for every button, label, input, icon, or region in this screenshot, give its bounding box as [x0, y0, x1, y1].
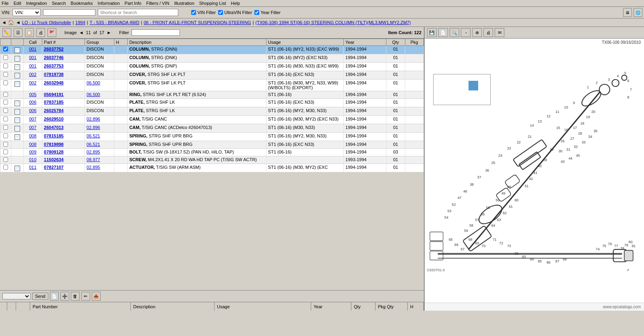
- send-button[interactable]: Send: [32, 293, 48, 300]
- image-next-btn[interactable]: ►: [107, 30, 111, 35]
- part-number-link[interactable]: 26037746: [44, 55, 64, 60]
- vin-input[interactable]: [43, 9, 95, 16]
- call-link[interactable]: 006: [29, 108, 36, 113]
- table-row[interactable]: 📄 002 07819738 DISCON COVER, STRG SHF LK…: [0, 71, 424, 80]
- list-icon[interactable]: ☰: [14, 28, 23, 37]
- image-prev-btn[interactable]: ◄: [79, 30, 84, 35]
- group-link[interactable]: 06.500: [87, 92, 100, 97]
- breadcrumb-item-5[interactable]: (TX06-106) 1994 ST(06-16) STEERING COLUM…: [256, 20, 411, 25]
- breadcrumb-item-1[interactable]: LO - Lt Truck Oldsmobile: [22, 20, 71, 25]
- menu-edit[interactable]: Edit: [14, 1, 21, 6]
- row-checkbox[interactable]: [3, 47, 8, 51]
- call-link[interactable]: 002: [29, 80, 36, 85]
- year-filter-checkbox[interactable]: [254, 10, 259, 15]
- table-row[interactable]: 📄 002 26032948 06.500 COVER, STRG SHF LK…: [0, 80, 424, 91]
- menu-bookmarks[interactable]: Bookmarks: [71, 1, 93, 6]
- vin-filter-checkbox[interactable]: [191, 10, 196, 15]
- row-checkbox[interactable]: [3, 64, 8, 68]
- part-number-link[interactable]: 07819738: [44, 72, 64, 77]
- toolbar-icon-globe[interactable]: 🌐: [634, 8, 642, 17]
- rt-print-icon[interactable]: 🖨: [483, 28, 493, 37]
- call-link[interactable]: 008: [29, 142, 36, 147]
- group-link[interactable]: 06.521: [87, 142, 100, 147]
- group-link[interactable]: 02.895: [87, 150, 100, 154]
- group-link[interactable]: 06.500: [87, 80, 100, 85]
- ultra-vin-checkbox[interactable]: [218, 10, 223, 15]
- table-row[interactable]: 📄 007 26029510 02.896 CAM, T/SIG CANC ST…: [0, 116, 424, 124]
- export-icon[interactable]: 📤: [92, 292, 101, 301]
- row-checkbox[interactable]: [3, 133, 8, 138]
- table-row[interactable]: 📄 011 07827107 02.895 ACTUATOR, T/SIG SW…: [0, 164, 424, 172]
- call-link[interactable]: 002: [29, 72, 36, 77]
- rt-line-icon[interactable]: ···: [461, 28, 471, 37]
- row-checkbox[interactable]: [3, 117, 8, 121]
- part-number-link[interactable]: 05694191: [44, 92, 64, 97]
- row-checkbox[interactable]: [3, 55, 8, 60]
- add-icon[interactable]: ➕: [60, 292, 69, 301]
- call-link[interactable]: 008: [29, 133, 36, 138]
- menu-shopping-list[interactable]: Shopping List: [199, 1, 226, 6]
- breadcrumb-item-2[interactable]: 1994: [75, 20, 85, 25]
- menu-information[interactable]: Information: [98, 1, 120, 6]
- menu-search[interactable]: Search: [52, 1, 66, 6]
- call-link[interactable]: 006: [29, 100, 36, 104]
- menu-illustration[interactable]: Illustration: [174, 1, 194, 6]
- breadcrumb-item-3[interactable]: T - 53S - BRAVADA 4WD: [90, 20, 139, 25]
- table-row[interactable]: 010 11502634 08.977 SCREW, M4.2X1.41 X 2…: [0, 156, 424, 164]
- call-link[interactable]: 007: [29, 117, 36, 121]
- row-checkbox[interactable]: [3, 157, 8, 162]
- group-link[interactable]: 02.895: [87, 165, 100, 170]
- search-input[interactable]: [98, 9, 178, 16]
- part-number-link[interactable]: 26047013: [44, 125, 64, 130]
- row-checkbox[interactable]: [3, 142, 8, 147]
- bottom-select[interactable]: [2, 293, 31, 299]
- breadcrumb-back[interactable]: ◄: [2, 20, 6, 25]
- group-link[interactable]: 08.977: [87, 157, 100, 162]
- table-row[interactable]: 📄 008 07815185 06.521 SPRING, STRG SHF U…: [0, 133, 424, 141]
- call-link[interactable]: 001: [29, 64, 36, 68]
- group-link[interactable]: 02.896: [87, 117, 100, 121]
- menu-filters-vin[interactable]: Filters / VIN: [146, 1, 169, 6]
- row-checkbox[interactable]: [3, 165, 8, 170]
- group-link[interactable]: 06.521: [87, 133, 100, 138]
- table-row[interactable]: 📄 001 26037746 DISCON COLUMN, STRG (DNK)…: [0, 54, 424, 63]
- print-icon[interactable]: 🖨: [36, 28, 45, 37]
- breadcrumb-home[interactable]: 🏠: [8, 20, 14, 25]
- row-checkbox[interactable]: [3, 100, 8, 104]
- call-link[interactable]: 001: [29, 55, 36, 60]
- row-checkbox[interactable]: [3, 108, 8, 113]
- row-checkbox[interactable]: [3, 80, 8, 85]
- table-row[interactable]: 📄 001 26037752 DISCON COLUMN, STRG (DNN)…: [0, 46, 424, 54]
- breadcrumb-prev[interactable]: ◄: [16, 20, 21, 25]
- part-number-link[interactable]: 26025784: [44, 108, 64, 113]
- edit-icon[interactable]: ✏️: [2, 28, 11, 37]
- part-number-link[interactable]: 07819898: [44, 142, 64, 147]
- part-number-link[interactable]: 07827107: [44, 165, 64, 170]
- menu-help[interactable]: Help: [231, 1, 240, 6]
- call-link[interactable]: 001: [29, 47, 36, 51]
- table-row[interactable]: 009 07809128 02.895 BOLT, T/SIG SW (9-18…: [0, 149, 424, 156]
- edit-btn-icon[interactable]: ✏: [81, 292, 90, 301]
- call-link[interactable]: 009: [29, 150, 36, 154]
- doc-icon[interactable]: 📋: [25, 28, 34, 37]
- rt-zoom-icon[interactable]: ⊕: [472, 28, 482, 37]
- part-number-link[interactable]: 07815185: [44, 133, 64, 138]
- rt-mail-icon[interactable]: ✉: [495, 28, 504, 37]
- part-number-link[interactable]: 26032948: [44, 80, 64, 85]
- menu-integration[interactable]: Integration: [26, 1, 47, 6]
- part-number-link[interactable]: 07837185: [44, 100, 64, 104]
- part-number-link[interactable]: 07809128: [44, 150, 64, 154]
- flag-icon[interactable]: 🚩: [47, 28, 56, 37]
- table-row[interactable]: 📄 001 26037753 DISCON COLUMN, STRG (DNP)…: [0, 63, 424, 71]
- menu-file[interactable]: File: [2, 1, 9, 6]
- table-row[interactable]: 008 07819898 06.521 SPRING, STRG SHF UPR…: [0, 141, 424, 149]
- table-row[interactable]: 📄 006 07837185 DISCON PLATE, STRG SHF LK…: [0, 99, 424, 107]
- call-link[interactable]: 010: [29, 157, 36, 162]
- part-number-link[interactable]: 11502634: [44, 157, 64, 162]
- menu-partinfo[interactable]: Part Info: [125, 1, 142, 6]
- row-checkbox[interactable]: [3, 125, 8, 130]
- rt-search-icon[interactable]: 🔍: [450, 28, 459, 37]
- table-row[interactable]: 📄 007 26047013 02.896 CAM, T/SIG CANC (A…: [0, 124, 424, 133]
- table-row[interactable]: 📄 006 26025784 DISCON PLATE, STRG SHF LK…: [0, 107, 424, 116]
- row-checkbox[interactable]: [3, 150, 8, 154]
